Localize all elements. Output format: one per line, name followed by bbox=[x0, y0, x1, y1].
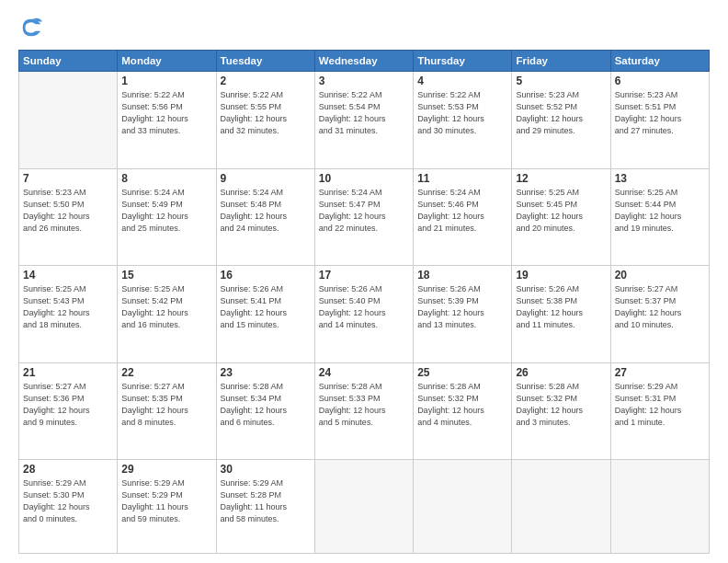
day-info: Sunrise: 5:22 AM Sunset: 5:53 PM Dayligh… bbox=[417, 89, 507, 137]
calendar-cell: 15Sunrise: 5:25 AM Sunset: 5:42 PM Dayli… bbox=[118, 266, 216, 363]
day-number: 10 bbox=[319, 172, 409, 185]
calendar-cell bbox=[610, 460, 709, 554]
day-number: 25 bbox=[417, 366, 507, 379]
weekday-header-monday: Monday bbox=[118, 51, 216, 72]
day-number: 30 bbox=[221, 463, 311, 476]
day-info: Sunrise: 5:23 AM Sunset: 5:51 PM Dayligh… bbox=[615, 89, 705, 137]
day-info: Sunrise: 5:26 AM Sunset: 5:39 PM Dayligh… bbox=[417, 283, 507, 331]
calendar-week-3: 14Sunrise: 5:25 AM Sunset: 5:43 PM Dayli… bbox=[19, 266, 710, 363]
calendar-cell: 13Sunrise: 5:25 AM Sunset: 5:44 PM Dayli… bbox=[610, 168, 709, 266]
header bbox=[18, 15, 710, 40]
day-number: 12 bbox=[516, 172, 606, 185]
calendar-cell: 30Sunrise: 5:29 AM Sunset: 5:28 PM Dayli… bbox=[216, 460, 314, 554]
day-info: Sunrise: 5:25 AM Sunset: 5:44 PM Dayligh… bbox=[615, 187, 705, 235]
day-number: 1 bbox=[121, 75, 211, 87]
day-number: 4 bbox=[417, 75, 507, 87]
calendar-cell: 5Sunrise: 5:23 AM Sunset: 5:52 PM Daylig… bbox=[512, 72, 610, 169]
day-info: Sunrise: 5:24 AM Sunset: 5:46 PM Dayligh… bbox=[417, 187, 507, 235]
day-info: Sunrise: 5:28 AM Sunset: 5:33 PM Dayligh… bbox=[319, 381, 409, 429]
logo-icon bbox=[18, 15, 44, 40]
day-info: Sunrise: 5:26 AM Sunset: 5:41 PM Dayligh… bbox=[221, 283, 311, 331]
day-info: Sunrise: 5:23 AM Sunset: 5:52 PM Dayligh… bbox=[516, 89, 606, 137]
day-info: Sunrise: 5:22 AM Sunset: 5:54 PM Dayligh… bbox=[319, 89, 409, 137]
calendar-cell: 18Sunrise: 5:26 AM Sunset: 5:39 PM Dayli… bbox=[414, 266, 512, 363]
day-number: 23 bbox=[221, 366, 311, 379]
day-number: 15 bbox=[121, 269, 211, 282]
weekday-header-row: SundayMondayTuesdayWednesdayThursdayFrid… bbox=[19, 51, 710, 72]
day-number: 13 bbox=[615, 172, 705, 185]
weekday-header-friday: Friday bbox=[512, 51, 610, 72]
page: SundayMondayTuesdayWednesdayThursdayFrid… bbox=[0, 0, 728, 563]
day-number: 2 bbox=[221, 75, 311, 87]
calendar-table: SundayMondayTuesdayWednesdayThursdayFrid… bbox=[18, 50, 710, 554]
logo bbox=[18, 15, 48, 40]
day-info: Sunrise: 5:29 AM Sunset: 5:30 PM Dayligh… bbox=[23, 477, 113, 525]
day-info: Sunrise: 5:27 AM Sunset: 5:37 PM Dayligh… bbox=[615, 283, 705, 331]
calendar-week-1: 1Sunrise: 5:22 AM Sunset: 5:56 PM Daylig… bbox=[19, 72, 710, 169]
day-number: 26 bbox=[516, 366, 606, 379]
day-number: 17 bbox=[319, 269, 409, 282]
weekday-header-tuesday: Tuesday bbox=[216, 51, 314, 72]
calendar-cell: 3Sunrise: 5:22 AM Sunset: 5:54 PM Daylig… bbox=[314, 72, 413, 169]
day-info: Sunrise: 5:28 AM Sunset: 5:32 PM Dayligh… bbox=[417, 381, 507, 429]
day-info: Sunrise: 5:29 AM Sunset: 5:28 PM Dayligh… bbox=[221, 477, 311, 525]
calendar-cell: 16Sunrise: 5:26 AM Sunset: 5:41 PM Dayli… bbox=[216, 266, 314, 363]
day-info: Sunrise: 5:28 AM Sunset: 5:34 PM Dayligh… bbox=[221, 381, 311, 429]
calendar-week-4: 21Sunrise: 5:27 AM Sunset: 5:36 PM Dayli… bbox=[19, 362, 710, 460]
day-info: Sunrise: 5:24 AM Sunset: 5:49 PM Dayligh… bbox=[121, 187, 211, 235]
day-number: 29 bbox=[121, 463, 211, 476]
day-number: 9 bbox=[221, 172, 311, 185]
calendar-week-5: 28Sunrise: 5:29 AM Sunset: 5:30 PM Dayli… bbox=[19, 460, 710, 554]
calendar-cell: 9Sunrise: 5:24 AM Sunset: 5:48 PM Daylig… bbox=[216, 168, 314, 266]
calendar-cell bbox=[314, 460, 413, 554]
day-number: 18 bbox=[417, 269, 507, 282]
day-info: Sunrise: 5:27 AM Sunset: 5:35 PM Dayligh… bbox=[121, 381, 211, 429]
calendar-cell: 23Sunrise: 5:28 AM Sunset: 5:34 PM Dayli… bbox=[216, 362, 314, 460]
calendar-cell: 27Sunrise: 5:29 AM Sunset: 5:31 PM Dayli… bbox=[610, 362, 709, 460]
day-number: 27 bbox=[615, 366, 705, 379]
day-info: Sunrise: 5:27 AM Sunset: 5:36 PM Dayligh… bbox=[23, 381, 113, 429]
day-info: Sunrise: 5:29 AM Sunset: 5:31 PM Dayligh… bbox=[615, 381, 705, 429]
day-info: Sunrise: 5:24 AM Sunset: 5:47 PM Dayligh… bbox=[319, 187, 409, 235]
calendar-cell: 6Sunrise: 5:23 AM Sunset: 5:51 PM Daylig… bbox=[610, 72, 709, 169]
day-info: Sunrise: 5:23 AM Sunset: 5:50 PM Dayligh… bbox=[23, 187, 113, 235]
day-info: Sunrise: 5:22 AM Sunset: 5:55 PM Dayligh… bbox=[221, 89, 311, 137]
day-number: 22 bbox=[121, 366, 211, 379]
calendar-cell: 21Sunrise: 5:27 AM Sunset: 5:36 PM Dayli… bbox=[19, 362, 118, 460]
weekday-header-sunday: Sunday bbox=[19, 51, 118, 72]
calendar-cell: 14Sunrise: 5:25 AM Sunset: 5:43 PM Dayli… bbox=[19, 266, 118, 363]
day-info: Sunrise: 5:28 AM Sunset: 5:32 PM Dayligh… bbox=[516, 381, 606, 429]
calendar-cell: 8Sunrise: 5:24 AM Sunset: 5:49 PM Daylig… bbox=[118, 168, 216, 266]
calendar-cell bbox=[512, 460, 610, 554]
calendar-cell: 1Sunrise: 5:22 AM Sunset: 5:56 PM Daylig… bbox=[118, 72, 216, 169]
calendar-cell: 11Sunrise: 5:24 AM Sunset: 5:46 PM Dayli… bbox=[414, 168, 512, 266]
calendar-cell: 20Sunrise: 5:27 AM Sunset: 5:37 PM Dayli… bbox=[610, 266, 709, 363]
weekday-header-thursday: Thursday bbox=[414, 51, 512, 72]
day-number: 16 bbox=[221, 269, 311, 282]
day-info: Sunrise: 5:29 AM Sunset: 5:29 PM Dayligh… bbox=[121, 477, 211, 525]
day-number: 28 bbox=[23, 463, 113, 476]
day-info: Sunrise: 5:25 AM Sunset: 5:45 PM Dayligh… bbox=[516, 187, 606, 235]
day-number: 14 bbox=[23, 269, 113, 282]
calendar-cell: 4Sunrise: 5:22 AM Sunset: 5:53 PM Daylig… bbox=[414, 72, 512, 169]
day-number: 11 bbox=[417, 172, 507, 185]
calendar-cell: 22Sunrise: 5:27 AM Sunset: 5:35 PM Dayli… bbox=[118, 362, 216, 460]
calendar-cell: 29Sunrise: 5:29 AM Sunset: 5:29 PM Dayli… bbox=[118, 460, 216, 554]
day-info: Sunrise: 5:26 AM Sunset: 5:40 PM Dayligh… bbox=[319, 283, 409, 331]
day-number: 8 bbox=[121, 172, 211, 185]
day-number: 19 bbox=[516, 269, 606, 282]
day-number: 3 bbox=[319, 75, 409, 87]
day-info: Sunrise: 5:25 AM Sunset: 5:43 PM Dayligh… bbox=[23, 283, 113, 331]
calendar-cell: 19Sunrise: 5:26 AM Sunset: 5:38 PM Dayli… bbox=[512, 266, 610, 363]
day-number: 21 bbox=[23, 366, 113, 379]
day-info: Sunrise: 5:22 AM Sunset: 5:56 PM Dayligh… bbox=[121, 89, 211, 137]
calendar-cell: 12Sunrise: 5:25 AM Sunset: 5:45 PM Dayli… bbox=[512, 168, 610, 266]
calendar-cell bbox=[19, 72, 118, 169]
day-number: 5 bbox=[516, 75, 606, 87]
day-info: Sunrise: 5:24 AM Sunset: 5:48 PM Dayligh… bbox=[221, 187, 311, 235]
calendar-week-2: 7Sunrise: 5:23 AM Sunset: 5:50 PM Daylig… bbox=[19, 168, 710, 266]
day-number: 20 bbox=[615, 269, 705, 282]
day-number: 7 bbox=[23, 172, 113, 185]
day-info: Sunrise: 5:25 AM Sunset: 5:42 PM Dayligh… bbox=[121, 283, 211, 331]
calendar-cell: 2Sunrise: 5:22 AM Sunset: 5:55 PM Daylig… bbox=[216, 72, 314, 169]
